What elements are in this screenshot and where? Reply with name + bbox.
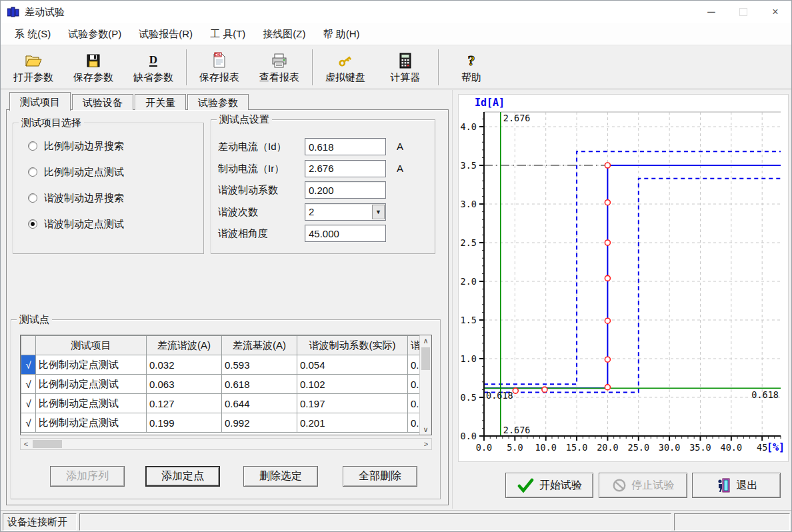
calculator-icon xyxy=(398,51,413,71)
table-cell[interactable]: 0.644 xyxy=(222,394,297,413)
table-cell[interactable]: 0.201 xyxy=(297,413,408,433)
vertical-scrollbar[interactable]: ∧ ∨ xyxy=(419,335,431,435)
radio-icon[interactable] xyxy=(28,193,37,203)
harmonic-order-select[interactable]: ▼ xyxy=(305,203,386,221)
start-test-button[interactable]: 开始试验 xyxy=(505,473,593,498)
scroll-right-icon[interactable]: > xyxy=(421,439,431,449)
check-icon[interactable]: √ xyxy=(21,355,36,375)
start-icon xyxy=(517,478,534,493)
toolbar-button-save-report[interactable]: EXL保存报表 xyxy=(189,47,249,88)
radio-option[interactable]: 谐波制动边界搜索 xyxy=(28,192,124,204)
radio-option[interactable]: 比例制动定点测试 xyxy=(28,166,124,178)
table-cell[interactable]: 0.992 xyxy=(222,413,297,433)
button-delete-all[interactable]: 全部删除 xyxy=(343,466,417,487)
field-label: 差动电流（Id） xyxy=(218,141,287,153)
svg-text:0.0: 0.0 xyxy=(461,431,477,441)
svg-text:Id[A]: Id[A] xyxy=(475,97,505,109)
column-header[interactable]: 差流基波(A) xyxy=(222,336,297,355)
field-input[interactable] xyxy=(305,138,386,155)
table-cell[interactable]: 0.102 xyxy=(297,375,408,394)
column-header[interactable]: 差流谐波(A) xyxy=(147,336,222,355)
menu-item[interactable]: 试验报告(R) xyxy=(130,23,201,45)
button-label: 停止试验 xyxy=(632,479,675,493)
tab-试验设备[interactable]: 试验设备 xyxy=(72,94,133,110)
scrollbar-thumb[interactable] xyxy=(421,347,430,370)
table-cell[interactable]: 0.063 xyxy=(147,375,222,394)
button-delete-selected[interactable]: 删除选定 xyxy=(243,466,318,487)
toolbar-button-label: 保存报表 xyxy=(199,71,239,84)
field-input[interactable] xyxy=(305,225,386,242)
toolbar-button-open-folder[interactable]: 打开参数 xyxy=(3,47,63,88)
exit-button[interactable]: 退出 xyxy=(692,473,781,498)
radio-icon[interactable] xyxy=(28,219,37,229)
button-add-point[interactable]: 添加定点 xyxy=(145,466,220,487)
table-cell[interactable]: 比例制动定点测试 xyxy=(36,413,147,433)
menu-item[interactable]: 试验参数(P) xyxy=(59,23,130,45)
menu-item[interactable]: 工 具(T) xyxy=(201,23,254,45)
scroll-down-icon[interactable]: ∨ xyxy=(420,424,431,435)
scrollbar-thumb[interactable] xyxy=(33,440,62,448)
menu-item[interactable]: 帮 助(H) xyxy=(314,23,368,45)
svg-text:0.618: 0.618 xyxy=(486,390,513,401)
field-label: 谐波次数 xyxy=(218,206,258,219)
check-icon[interactable]: √ xyxy=(21,375,36,394)
toolbar-button-help[interactable]: ?帮助 xyxy=(441,47,501,88)
table-row[interactable]: √比例制动定点测试0.1270.6440.1970. xyxy=(21,394,421,413)
radio-option[interactable]: 谐波制动定点测试 xyxy=(28,218,124,230)
table-cell[interactable]: 0.618 xyxy=(222,375,297,394)
menu-item[interactable]: 系 统(S) xyxy=(6,23,59,45)
table-cell[interactable]: 0.032 xyxy=(147,355,222,375)
close-button[interactable]: × xyxy=(759,1,791,23)
horizontal-scrollbar[interactable]: < > xyxy=(20,438,432,450)
table-cell[interactable]: 比例制动定点测试 xyxy=(36,355,147,375)
menu-bar: 系 统(S)试验参数(P)试验报告(R)工 具(T)接线图(Z)帮 助(H) xyxy=(1,23,791,45)
toolbar-separator xyxy=(186,49,187,85)
toolbar-button-default-params[interactable]: D缺省参数 xyxy=(123,47,183,88)
button-add-sequence[interactable]: 添加序列 xyxy=(50,466,125,487)
toolbar-button-label: 缺省参数 xyxy=(133,71,173,84)
column-header[interactable] xyxy=(21,336,36,355)
radio-icon[interactable] xyxy=(28,167,37,177)
toolbar-button-view-report[interactable]: 查看报表 xyxy=(249,47,309,88)
table-cell[interactable]: 0.199 xyxy=(147,413,222,433)
scroll-up-icon[interactable]: ∧ xyxy=(420,335,431,346)
chevron-down-icon[interactable]: ▼ xyxy=(372,205,385,219)
group-test-points: 测试点 测试项目差流谐波(A)差流基波(A)谐波制动系数(实际)谐√比例制动定点… xyxy=(11,319,441,499)
table-cell[interactable]: 0.127 xyxy=(147,394,222,413)
table-row[interactable]: √比例制动定点测试0.1990.9920.2010. xyxy=(21,413,421,433)
toolbar-button-label: 查看报表 xyxy=(259,71,299,84)
field-input[interactable] xyxy=(305,160,386,177)
window-title: 差动试验 xyxy=(25,6,65,19)
toolbar-button-calculator[interactable]: 计算器 xyxy=(375,47,435,88)
column-header[interactable]: 谐波制动系数(实际) xyxy=(297,336,408,355)
check-icon[interactable]: √ xyxy=(21,394,36,413)
table-cell[interactable]: 0.054 xyxy=(297,355,408,375)
field-input[interactable] xyxy=(305,181,386,199)
tab-strip: 测试项目试验设备开关量试验参数 xyxy=(6,92,449,110)
table-cell[interactable]: 0.593 xyxy=(222,355,297,375)
tab-试验参数[interactable]: 试验参数 xyxy=(187,94,249,110)
minimize-button[interactable]: ─ xyxy=(695,1,727,23)
table-row[interactable]: √比例制动定点测试0.0630.6180.1020. xyxy=(21,375,421,394)
test-points-table-wrap: 测试项目差流谐波(A)差流基波(A)谐波制动系数(实际)谐√比例制动定点测试0.… xyxy=(20,335,432,435)
table-cell[interactable]: 比例制动定点测试 xyxy=(36,375,147,394)
maximize-button[interactable] xyxy=(727,1,759,23)
stop-test-button[interactable]: 停止试验 xyxy=(599,473,687,498)
toolbar-button-save[interactable]: 保存参数 xyxy=(63,47,123,88)
toolbar-button-virtual-keyboard[interactable]: 虚拟键盘 xyxy=(315,47,375,88)
tab-测试项目[interactable]: 测试项目 xyxy=(9,92,71,111)
radio-option[interactable]: 比例制动边界搜索 xyxy=(28,140,124,152)
table-cell[interactable]: 比例制动定点测试 xyxy=(36,394,147,413)
svg-text:2.676: 2.676 xyxy=(503,425,531,435)
scroll-left-icon[interactable]: < xyxy=(21,439,31,449)
tab-开关量[interactable]: 开关量 xyxy=(135,94,186,110)
menu-item[interactable]: 接线图(Z) xyxy=(254,23,314,45)
table-cell[interactable]: 0.197 xyxy=(297,394,408,413)
radio-icon[interactable] xyxy=(28,141,37,151)
table-row[interactable]: √比例制动定点测试0.0320.5930.0540. xyxy=(21,355,421,375)
svg-text:35.0: 35.0 xyxy=(689,442,711,453)
column-header[interactable]: 测试项目 xyxy=(36,336,147,355)
check-icon[interactable]: √ xyxy=(21,413,36,433)
toolbar-button-label: 打开参数 xyxy=(13,71,53,84)
characteristic-chart: 0.05.010.015.020.025.030.035.040.0450.00… xyxy=(458,94,789,462)
